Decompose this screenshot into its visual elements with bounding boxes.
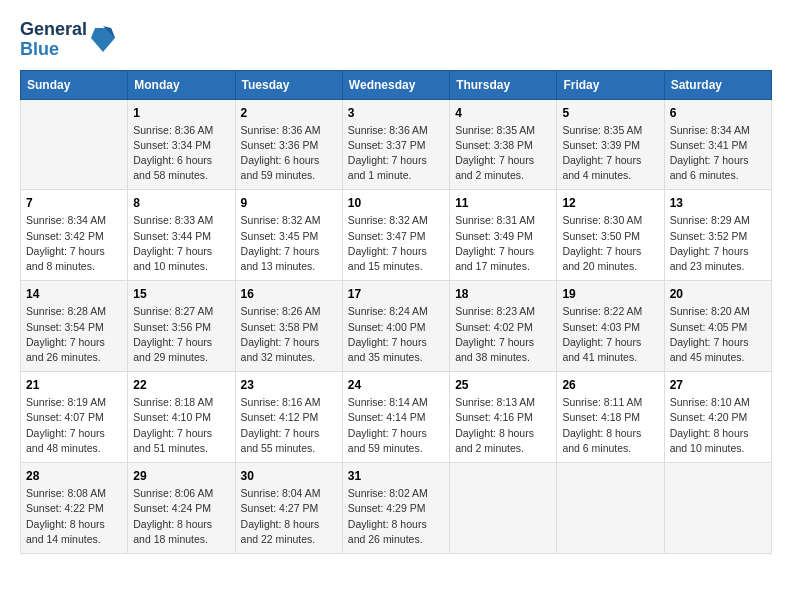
header-saturday: Saturday (664, 70, 771, 99)
day-info: Sunrise: 8:22 AMSunset: 4:03 PMDaylight:… (562, 304, 658, 365)
day-number: 21 (26, 378, 122, 392)
day-number: 6 (670, 106, 766, 120)
day-info: Sunrise: 8:36 AMSunset: 3:37 PMDaylight:… (348, 123, 444, 184)
day-info: Sunrise: 8:18 AMSunset: 4:10 PMDaylight:… (133, 395, 229, 456)
day-number: 10 (348, 196, 444, 210)
day-number: 31 (348, 469, 444, 483)
day-number: 13 (670, 196, 766, 210)
header-sunday: Sunday (21, 70, 128, 99)
day-cell: 4Sunrise: 8:35 AMSunset: 3:38 PMDaylight… (450, 99, 557, 190)
day-number: 1 (133, 106, 229, 120)
day-cell: 12Sunrise: 8:30 AMSunset: 3:50 PMDayligh… (557, 190, 664, 281)
day-number: 4 (455, 106, 551, 120)
day-number: 24 (348, 378, 444, 392)
logo-general: General (20, 20, 87, 40)
day-info: Sunrise: 8:14 AMSunset: 4:14 PMDaylight:… (348, 395, 444, 456)
day-info: Sunrise: 8:32 AMSunset: 3:45 PMDaylight:… (241, 213, 337, 274)
day-cell: 24Sunrise: 8:14 AMSunset: 4:14 PMDayligh… (342, 372, 449, 463)
day-cell: 30Sunrise: 8:04 AMSunset: 4:27 PMDayligh… (235, 463, 342, 554)
day-number: 2 (241, 106, 337, 120)
day-number: 25 (455, 378, 551, 392)
day-cell: 13Sunrise: 8:29 AMSunset: 3:52 PMDayligh… (664, 190, 771, 281)
day-info: Sunrise: 8:27 AMSunset: 3:56 PMDaylight:… (133, 304, 229, 365)
week-row-2: 7Sunrise: 8:34 AMSunset: 3:42 PMDaylight… (21, 190, 772, 281)
day-info: Sunrise: 8:34 AMSunset: 3:42 PMDaylight:… (26, 213, 122, 274)
day-cell: 23Sunrise: 8:16 AMSunset: 4:12 PMDayligh… (235, 372, 342, 463)
day-cell: 28Sunrise: 8:08 AMSunset: 4:22 PMDayligh… (21, 463, 128, 554)
day-info: Sunrise: 8:36 AMSunset: 3:34 PMDaylight:… (133, 123, 229, 184)
day-info: Sunrise: 8:20 AMSunset: 4:05 PMDaylight:… (670, 304, 766, 365)
day-number: 19 (562, 287, 658, 301)
day-info: Sunrise: 8:16 AMSunset: 4:12 PMDaylight:… (241, 395, 337, 456)
logo-text: General Blue (20, 20, 87, 60)
day-number: 3 (348, 106, 444, 120)
day-cell: 25Sunrise: 8:13 AMSunset: 4:16 PMDayligh… (450, 372, 557, 463)
day-cell: 8Sunrise: 8:33 AMSunset: 3:44 PMDaylight… (128, 190, 235, 281)
day-info: Sunrise: 8:36 AMSunset: 3:36 PMDaylight:… (241, 123, 337, 184)
day-cell: 26Sunrise: 8:11 AMSunset: 4:18 PMDayligh… (557, 372, 664, 463)
header-monday: Monday (128, 70, 235, 99)
day-cell: 31Sunrise: 8:02 AMSunset: 4:29 PMDayligh… (342, 463, 449, 554)
day-info: Sunrise: 8:29 AMSunset: 3:52 PMDaylight:… (670, 213, 766, 274)
day-cell: 19Sunrise: 8:22 AMSunset: 4:03 PMDayligh… (557, 281, 664, 372)
day-cell: 29Sunrise: 8:06 AMSunset: 4:24 PMDayligh… (128, 463, 235, 554)
day-number: 22 (133, 378, 229, 392)
day-cell: 17Sunrise: 8:24 AMSunset: 4:00 PMDayligh… (342, 281, 449, 372)
day-number: 15 (133, 287, 229, 301)
day-cell: 5Sunrise: 8:35 AMSunset: 3:39 PMDaylight… (557, 99, 664, 190)
day-cell: 1Sunrise: 8:36 AMSunset: 3:34 PMDaylight… (128, 99, 235, 190)
day-info: Sunrise: 8:06 AMSunset: 4:24 PMDaylight:… (133, 486, 229, 547)
day-info: Sunrise: 8:35 AMSunset: 3:39 PMDaylight:… (562, 123, 658, 184)
day-cell (21, 99, 128, 190)
day-info: Sunrise: 8:08 AMSunset: 4:22 PMDaylight:… (26, 486, 122, 547)
day-info: Sunrise: 8:04 AMSunset: 4:27 PMDaylight:… (241, 486, 337, 547)
day-number: 11 (455, 196, 551, 210)
day-number: 9 (241, 196, 337, 210)
day-info: Sunrise: 8:11 AMSunset: 4:18 PMDaylight:… (562, 395, 658, 456)
day-number: 16 (241, 287, 337, 301)
day-number: 30 (241, 469, 337, 483)
day-info: Sunrise: 8:31 AMSunset: 3:49 PMDaylight:… (455, 213, 551, 274)
logo-icon (91, 24, 115, 52)
logo: General Blue (20, 20, 115, 60)
week-row-5: 28Sunrise: 8:08 AMSunset: 4:22 PMDayligh… (21, 463, 772, 554)
header-friday: Friday (557, 70, 664, 99)
day-info: Sunrise: 8:34 AMSunset: 3:41 PMDaylight:… (670, 123, 766, 184)
day-number: 28 (26, 469, 122, 483)
day-info: Sunrise: 8:32 AMSunset: 3:47 PMDaylight:… (348, 213, 444, 274)
day-cell: 14Sunrise: 8:28 AMSunset: 3:54 PMDayligh… (21, 281, 128, 372)
day-number: 29 (133, 469, 229, 483)
day-number: 14 (26, 287, 122, 301)
day-cell: 6Sunrise: 8:34 AMSunset: 3:41 PMDaylight… (664, 99, 771, 190)
day-cell: 22Sunrise: 8:18 AMSunset: 4:10 PMDayligh… (128, 372, 235, 463)
day-cell: 2Sunrise: 8:36 AMSunset: 3:36 PMDaylight… (235, 99, 342, 190)
day-info: Sunrise: 8:19 AMSunset: 4:07 PMDaylight:… (26, 395, 122, 456)
day-number: 20 (670, 287, 766, 301)
day-info: Sunrise: 8:13 AMSunset: 4:16 PMDaylight:… (455, 395, 551, 456)
day-number: 17 (348, 287, 444, 301)
calendar-header-row: SundayMondayTuesdayWednesdayThursdayFrid… (21, 70, 772, 99)
day-cell: 10Sunrise: 8:32 AMSunset: 3:47 PMDayligh… (342, 190, 449, 281)
day-cell: 3Sunrise: 8:36 AMSunset: 3:37 PMDaylight… (342, 99, 449, 190)
day-info: Sunrise: 8:26 AMSunset: 3:58 PMDaylight:… (241, 304, 337, 365)
day-cell: 15Sunrise: 8:27 AMSunset: 3:56 PMDayligh… (128, 281, 235, 372)
day-info: Sunrise: 8:23 AMSunset: 4:02 PMDaylight:… (455, 304, 551, 365)
page-header: General Blue (20, 20, 772, 60)
day-cell: 20Sunrise: 8:20 AMSunset: 4:05 PMDayligh… (664, 281, 771, 372)
day-number: 5 (562, 106, 658, 120)
day-cell: 9Sunrise: 8:32 AMSunset: 3:45 PMDaylight… (235, 190, 342, 281)
header-wednesday: Wednesday (342, 70, 449, 99)
day-number: 27 (670, 378, 766, 392)
day-info: Sunrise: 8:30 AMSunset: 3:50 PMDaylight:… (562, 213, 658, 274)
header-thursday: Thursday (450, 70, 557, 99)
day-number: 18 (455, 287, 551, 301)
day-cell (450, 463, 557, 554)
day-number: 7 (26, 196, 122, 210)
day-info: Sunrise: 8:35 AMSunset: 3:38 PMDaylight:… (455, 123, 551, 184)
day-info: Sunrise: 8:33 AMSunset: 3:44 PMDaylight:… (133, 213, 229, 274)
day-number: 26 (562, 378, 658, 392)
day-info: Sunrise: 8:02 AMSunset: 4:29 PMDaylight:… (348, 486, 444, 547)
logo-blue: Blue (20, 40, 87, 60)
day-number: 8 (133, 196, 229, 210)
calendar-table: SundayMondayTuesdayWednesdayThursdayFrid… (20, 70, 772, 554)
